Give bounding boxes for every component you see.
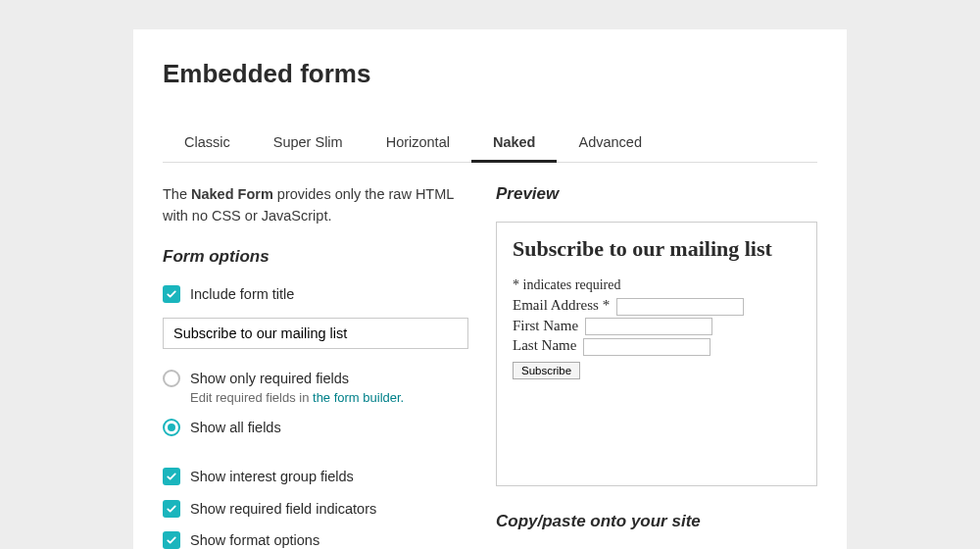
- checkbox-icon[interactable]: [163, 500, 180, 518]
- tab-advanced[interactable]: Advanced: [557, 126, 663, 162]
- preview-column: Preview Subscribe to our mailing list * …: [496, 184, 817, 549]
- form-options-heading: Form options: [163, 247, 468, 267]
- tab-super-slim[interactable]: Super Slim: [252, 126, 365, 162]
- preview-title: Subscribe to our mailing list: [513, 236, 801, 262]
- preview-lastname-row: Last Name: [513, 337, 801, 356]
- preview-firstname-label: First Name: [513, 318, 578, 333]
- checkbox-icon[interactable]: [163, 531, 180, 549]
- option-label: Show required field indicators: [190, 499, 376, 519]
- option-label: Include form title: [190, 284, 294, 304]
- option-interest-groups[interactable]: Show interest group fields: [163, 467, 468, 486]
- radio-icon[interactable]: [163, 370, 180, 387]
- form-builder-link[interactable]: the form builder.: [313, 390, 404, 405]
- desc-text: The: [163, 186, 191, 202]
- preview-firstname-row: First Name: [513, 318, 801, 336]
- preview-email-row: Email Address *: [513, 297, 801, 316]
- preview-subscribe-button[interactable]: Subscribe: [513, 362, 580, 379]
- preview-required-note: * indicates required: [513, 277, 801, 293]
- preview-firstname-input[interactable]: [585, 318, 712, 335]
- tab-classic[interactable]: Classic: [163, 126, 252, 162]
- tab-naked[interactable]: Naked: [471, 126, 558, 163]
- copy-heading: Copy/paste onto your site: [496, 512, 817, 531]
- tab-horizontal[interactable]: Horizontal: [365, 126, 471, 162]
- preview-lastname-input[interactable]: [583, 338, 710, 356]
- form-type-tabs: Classic Super Slim Horizontal Naked Adva…: [163, 126, 817, 163]
- option-required-indicators[interactable]: Show required field indicators: [163, 499, 468, 519]
- option-required-only[interactable]: Show only required fields Edit required …: [163, 369, 468, 406]
- option-show-all[interactable]: Show all fields: [163, 418, 468, 437]
- option-label: Show only required fields: [190, 371, 349, 386]
- preview-email-input[interactable]: [616, 298, 744, 316]
- options-column: The Naked Form provides only the raw HTM…: [163, 184, 468, 549]
- preview-lastname-label: Last Name: [513, 337, 576, 353]
- checkbox-icon[interactable]: [163, 285, 180, 303]
- option-sublabel: Edit required fields in the form builder…: [190, 390, 404, 405]
- preview-heading: Preview: [496, 184, 817, 204]
- option-label: Show interest group fields: [190, 467, 354, 486]
- form-description: The Naked Form provides only the raw HTM…: [163, 184, 468, 227]
- desc-bold: Naked Form: [191, 186, 273, 202]
- sub-text: Edit required fields in: [190, 390, 313, 405]
- page-title: Embedded forms: [163, 59, 817, 89]
- option-format[interactable]: Show format options HTML, plain-text, mo…: [163, 530, 468, 549]
- preview-email-label: Email Address *: [513, 297, 610, 313]
- checkbox-icon[interactable]: [163, 468, 180, 485]
- option-label: Show format options: [190, 532, 319, 548]
- settings-card: Embedded forms Classic Super Slim Horizo…: [133, 29, 847, 549]
- form-title-input[interactable]: [163, 318, 468, 349]
- preview-box: Subscribe to our mailing list * indicate…: [496, 222, 817, 486]
- radio-icon[interactable]: [163, 419, 180, 436]
- option-include-title[interactable]: Include form title: [163, 284, 468, 304]
- option-label: Show all fields: [190, 418, 281, 437]
